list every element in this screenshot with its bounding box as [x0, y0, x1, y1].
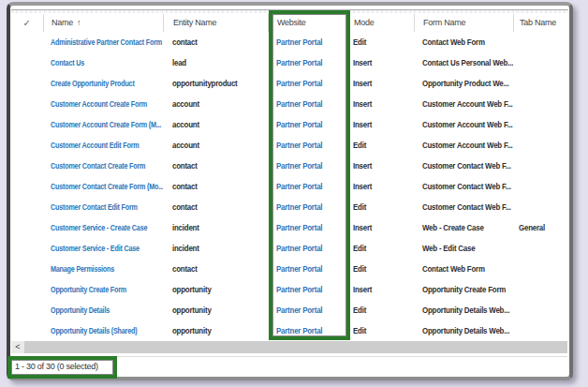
cell-text: incident	[172, 217, 199, 238]
cell-text: Contact Web Form	[422, 32, 485, 52]
cell-text: contact	[172, 32, 198, 52]
column-header-mode[interactable]: Mode	[349, 14, 414, 32]
column-header-form[interactable]: Form Name	[414, 14, 513, 32]
record-name-link[interactable]: Create Opportunity Product	[51, 73, 135, 94]
cell-tab	[513, 279, 567, 300]
record-name-link[interactable]: Customer Service - Edit Case	[51, 238, 140, 259]
cell-text: Customer Account Web F...	[422, 114, 513, 135]
record-name-link[interactable]: Contact Us	[51, 52, 84, 73]
cell-name: Customer Service - Edit Case	[43, 238, 163, 259]
status-highlight-box	[7, 356, 117, 379]
cell-text: Edit	[353, 32, 366, 52]
cell-text: Insert	[353, 156, 372, 176]
record-name-link[interactable]: Opportunity Details	[51, 300, 110, 320]
scrollbar-thumb[interactable]	[24, 341, 567, 353]
cell-check	[10, 197, 43, 217]
cell-tab	[513, 73, 567, 94]
website-column-highlight-box	[269, 10, 350, 340]
column-header-tab[interactable]: Tab Name	[513, 14, 567, 32]
record-name-link[interactable]: Manage Permissions	[51, 259, 114, 279]
horizontal-scrollbar[interactable]: <	[11, 341, 567, 353]
cell-form: Customer Account Web F...	[414, 135, 513, 156]
cell-mode: Insert	[349, 279, 414, 300]
column-header-name[interactable]: Name↑	[43, 14, 163, 32]
cell-text: Customer Account Web F...	[422, 135, 513, 156]
record-name-link[interactable]: Administrative Partner Contact Form	[51, 32, 162, 52]
cell-form: Opportunity Create Form	[414, 279, 513, 300]
cell-name: Contact Us	[43, 52, 163, 73]
cell-mode: Edit	[349, 197, 414, 217]
cell-entity: contact	[163, 176, 268, 197]
cell-check	[10, 135, 43, 156]
cell-tab	[513, 156, 567, 176]
cell-text: Insert	[353, 52, 372, 73]
cell-text: contact	[172, 156, 198, 176]
cell-text: Web - Create Case	[422, 217, 484, 238]
record-name-link[interactable]: Customer Contact Create Form	[51, 156, 145, 176]
cell-tab	[513, 259, 567, 279]
cell-tab	[513, 52, 567, 73]
cell-name: Manage Permissions	[43, 259, 163, 279]
cell-mode: Edit	[349, 32, 414, 52]
cell-text: Customer Contact Web F...	[422, 197, 511, 217]
cell-text: Edit	[353, 320, 366, 341]
cell-tab	[513, 32, 567, 52]
cell-text: lead	[172, 52, 186, 73]
cell-form: Customer Contact Web F...	[414, 176, 513, 197]
record-name-link[interactable]: Customer Contact Edit Form	[51, 197, 138, 217]
cell-text: Insert	[353, 73, 372, 94]
record-name-link[interactable]: Opportunity Create Form	[51, 279, 126, 300]
record-name-link[interactable]: Customer Account Create Form (M...	[51, 114, 161, 135]
record-name-link[interactable]: Customer Contact Create Form (Mo...	[51, 176, 163, 197]
cell-tab: General	[513, 217, 567, 238]
cell-entity: contact	[163, 259, 268, 279]
column-label-entity: Entity Name	[173, 18, 216, 27]
cell-text: Opportunity Create Form	[422, 279, 506, 300]
cell-text: opportunity	[172, 279, 212, 300]
cell-mode: Edit	[349, 300, 414, 320]
scroll-left-button[interactable]: <	[11, 341, 24, 353]
select-all-check-icon[interactable]: ✓	[22, 18, 30, 28]
cell-tab	[513, 176, 567, 197]
cell-text: Customer Contact Web F...	[422, 176, 511, 197]
column-label-form: Form Name	[423, 18, 465, 27]
record-name-link[interactable]: Customer Service - Create Case	[51, 217, 147, 238]
column-header-entity[interactable]: Entity Name	[163, 14, 268, 32]
cell-text: Insert	[353, 94, 372, 114]
cell-text: Edit	[353, 135, 366, 156]
cell-text: opportunity	[172, 320, 212, 341]
cell-entity: incident	[163, 217, 268, 238]
cell-form: Web - Create Case	[414, 217, 513, 238]
cell-text: incident	[172, 238, 199, 259]
cell-form: Contact Web Form	[414, 259, 513, 279]
cell-text: Insert	[353, 217, 372, 238]
record-name-link[interactable]: Customer Account Edit Form	[51, 135, 140, 156]
record-name-link[interactable]: Customer Account Create Form	[51, 94, 147, 114]
cell-check	[10, 52, 43, 73]
cell-name: Customer Contact Edit Form	[43, 197, 163, 217]
cell-check	[10, 279, 43, 300]
cell-mode: Edit	[349, 259, 414, 279]
cell-mode: Insert	[349, 52, 414, 73]
cell-mode: Edit	[349, 320, 414, 341]
cell-tab	[513, 300, 567, 320]
cell-check	[10, 73, 43, 94]
cell-check	[10, 259, 43, 279]
cell-check	[10, 217, 43, 238]
cell-entity: contact	[163, 197, 268, 217]
cell-check	[10, 238, 43, 259]
cell-entity: contact	[163, 32, 268, 52]
cell-text: Opportunity Product We...	[422, 73, 508, 94]
cell-check	[10, 94, 43, 114]
column-label-mode: Mode	[354, 18, 375, 27]
cell-text: Edit	[353, 197, 366, 217]
cell-tab	[513, 320, 567, 341]
cell-form: Customer Contact Web F...	[414, 156, 513, 176]
column-header-check[interactable]: ✓	[10, 14, 43, 32]
cell-entity: opportunity	[163, 279, 268, 300]
record-name-link[interactable]: Opportunity Details (Shared)	[51, 320, 137, 341]
cell-name: Opportunity Details (Shared)	[43, 320, 163, 341]
cell-text: Customer Account Web F...	[422, 94, 513, 114]
cell-check	[10, 156, 43, 176]
cell-text: Opportunity Details Web...	[422, 320, 509, 341]
